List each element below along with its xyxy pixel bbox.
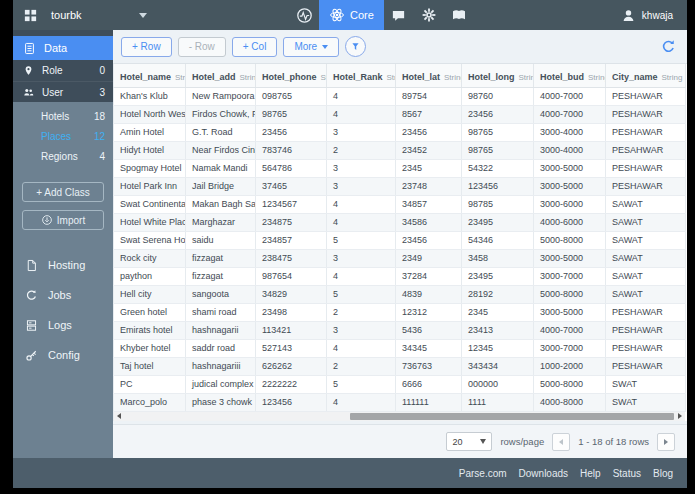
table-cell[interactable]: 238475 (256, 249, 327, 267)
column-header-hotel_rank[interactable]: Hotel_RankString (327, 64, 396, 87)
app-grid-button[interactable] (13, 8, 47, 23)
table-cell[interactable]: sangoota (186, 285, 256, 303)
table-cell[interactable]: fizzagat (186, 249, 256, 267)
table-cell[interactable]: PESHAWAR (606, 357, 686, 375)
docs-button[interactable] (444, 0, 474, 30)
table-cell[interactable]: Makan Bagh Saidu S... (186, 195, 256, 213)
import-button[interactable]: Import (22, 210, 104, 230)
sidebar-item-user[interactable]: User3 (13, 81, 113, 102)
table-cell[interactable]: 123456 (256, 393, 327, 411)
table-cell[interactable]: 5000-8000 (534, 375, 606, 393)
table-cell[interactable]: 4 (327, 105, 396, 123)
table-cell[interactable]: 3458 (462, 249, 534, 267)
user-menu[interactable]: khwaja (621, 8, 687, 23)
column-header-hotel_phone[interactable]: Hotel_phoneString (256, 64, 327, 87)
table-cell[interactable]: 527143 (256, 339, 327, 357)
table-cell[interactable]: 23495 (462, 213, 534, 231)
table-cell[interactable]: 5000-8000 (534, 285, 606, 303)
table-cell[interactable]: 23498 (256, 303, 327, 321)
footer-link-blog[interactable]: Blog (653, 468, 673, 479)
next-page-button[interactable] (657, 433, 675, 451)
footer-link-parsecom[interactable]: Parse.com (459, 468, 507, 479)
table-cell[interactable]: 23452 (396, 141, 462, 159)
table-cell[interactable]: 5 (327, 285, 396, 303)
table-cell[interactable]: 98765 (462, 141, 534, 159)
table-cell[interactable]: 98760 (462, 87, 534, 105)
table-cell[interactable]: 12345 (462, 339, 534, 357)
table-cell[interactable]: 3000-5000 (534, 177, 606, 195)
table-cell[interactable]: SAWAT (606, 195, 686, 213)
filter-button[interactable] (345, 36, 366, 57)
table-cell[interactable]: 113421 (256, 321, 327, 339)
table-cell[interactable]: 3000-5000 (534, 249, 606, 267)
table-cell[interactable]: 3 (327, 177, 396, 195)
table-cell[interactable]: 000000 (462, 375, 534, 393)
sidebar-item-jobs[interactable]: Jobs (13, 280, 113, 310)
table-cell[interactable]: Taj hotel (114, 357, 186, 375)
table-cell[interactable]: PESHAWAR (606, 339, 686, 357)
add-row-button[interactable]: + Row (121, 37, 172, 57)
horizontal-scrollbar[interactable] (113, 412, 685, 421)
table-cell[interactable]: 3000-7000 (534, 267, 606, 285)
table-cell[interactable]: 5 (327, 231, 396, 249)
table-cell[interactable]: 98765 (256, 105, 327, 123)
table-cell[interactable]: 111111 (396, 393, 462, 411)
column-header-hotel_lat[interactable]: Hotel_latString (396, 64, 462, 87)
table-cell[interactable]: SAWAT (606, 285, 686, 303)
table-cell[interactable]: 5000-8000 (534, 231, 606, 249)
table-cell[interactable]: Hell city (114, 285, 186, 303)
table-cell[interactable]: 3 (327, 123, 396, 141)
table-cell[interactable]: 4000-8000 (534, 393, 606, 411)
table-cell[interactable]: 54346 (462, 231, 534, 249)
table-cell[interactable]: Swat Serena Hotel (114, 231, 186, 249)
table-cell[interactable]: 626262 (256, 357, 327, 375)
table-cell[interactable]: 343434 (462, 357, 534, 375)
table-cell[interactable]: shami road (186, 303, 256, 321)
table-cell[interactable]: 098765 (256, 87, 327, 105)
table-cell[interactable]: 234875 (256, 213, 327, 231)
table-cell[interactable]: saidu (186, 231, 256, 249)
more-button[interactable]: More (283, 37, 339, 57)
table-cell[interactable]: 3 (327, 321, 396, 339)
table-cell[interactable]: Marghazar (186, 213, 256, 231)
table-cell[interactable]: PESHAWAR (606, 105, 686, 123)
table-cell[interactable]: hashnagarii (186, 321, 256, 339)
table-cell[interactable]: 98765 (462, 123, 534, 141)
settings-button[interactable] (414, 0, 444, 30)
table-cell[interactable]: PESAHWAR (606, 141, 686, 159)
table-cell[interactable]: 3000-4000 (534, 123, 606, 141)
table-cell[interactable]: 23495 (462, 267, 534, 285)
sidebar-item-data[interactable]: Data (13, 36, 113, 60)
table-cell[interactable]: Spogmay Hotel (114, 159, 186, 177)
table-cell[interactable]: 1234567 (256, 195, 327, 213)
table-cell[interactable]: 4 (327, 213, 396, 231)
table-cell[interactable]: 234857 (256, 231, 327, 249)
table-cell[interactable]: 2345 (396, 159, 462, 177)
table-cell[interactable]: 28192 (462, 285, 534, 303)
table-cell[interactable]: New Rampoora Gate (186, 87, 256, 105)
table-cell[interactable]: phase 3 chowk (186, 393, 256, 411)
table-cell[interactable]: 23456 (462, 105, 534, 123)
prev-page-button[interactable] (552, 433, 570, 451)
column-header-city_name[interactable]: City_nameString (606, 64, 686, 87)
table-cell[interactable]: 34345 (396, 339, 462, 357)
table-cell[interactable]: SAWAT (606, 231, 686, 249)
table-cell[interactable]: 4000-7000 (534, 321, 606, 339)
table-cell[interactable]: 4 (327, 267, 396, 285)
column-header-hotel_add[interactable]: Hotel_addString (186, 64, 256, 87)
table-cell[interactable]: 34829 (256, 285, 327, 303)
table-cell[interactable]: 4000-7000 (534, 87, 606, 105)
sidebar-item-places[interactable]: Places12 (13, 126, 113, 146)
table-cell[interactable]: PESHAWAR (606, 321, 686, 339)
table-cell[interactable]: 2222222 (256, 375, 327, 393)
table-cell[interactable]: SAWAT (606, 213, 686, 231)
table-cell[interactable]: 3000-4000 (534, 141, 606, 159)
table-cell[interactable]: Green hotel (114, 303, 186, 321)
table-cell[interactable]: 23413 (462, 321, 534, 339)
refresh-button[interactable] (659, 38, 677, 56)
table-cell[interactable]: 12312 (396, 303, 462, 321)
table-cell[interactable]: 34857 (396, 195, 462, 213)
table-cell[interactable]: Hotel North West He... (114, 105, 186, 123)
footer-link-downloads[interactable]: Downloads (519, 468, 568, 479)
remove-row-button[interactable]: - Row (178, 37, 226, 57)
